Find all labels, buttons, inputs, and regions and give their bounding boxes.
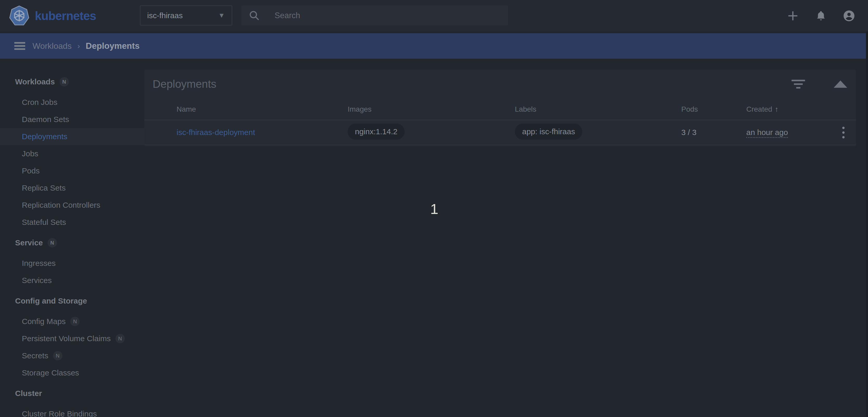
- sidebar-item-storage-classes[interactable]: Storage Classes: [0, 364, 144, 381]
- sidebar-item-label: Replica Sets: [22, 183, 65, 193]
- sidebar-item-label: Stateful Sets: [22, 218, 66, 227]
- label-chip: app: isc-fhiraas: [515, 124, 582, 140]
- sidebar-item-label: Daemon Sets: [22, 115, 69, 124]
- column-header-labels[interactable]: Labels: [515, 105, 681, 113]
- new-badge: N: [70, 317, 80, 326]
- sidebar-item-label: Cluster Role Bindings: [22, 410, 97, 417]
- sidebar-item-services[interactable]: Services: [0, 272, 144, 289]
- plus-icon[interactable]: [786, 9, 799, 22]
- sidebar-item-pods[interactable]: Pods: [0, 162, 144, 179]
- sidebar-section-config-and-storage: Config and StorageConfig MapsNPersistent…: [0, 292, 144, 381]
- kubernetes-logo[interactable]: kubernetes: [9, 5, 96, 26]
- column-header-images[interactable]: Images: [348, 105, 515, 113]
- new-badge: N: [53, 351, 62, 360]
- column-header-name[interactable]: Name: [167, 105, 348, 113]
- column-header-pods[interactable]: Pods: [681, 105, 746, 113]
- new-badge: N: [116, 334, 125, 343]
- collapse-arrow-icon[interactable]: [834, 80, 847, 88]
- sidebar-item-label: Replication Controllers: [22, 201, 100, 210]
- sidebar-item-label: Config Maps: [22, 317, 65, 326]
- column-header-created[interactable]: Created↑: [746, 105, 831, 113]
- card-header: Deployments: [144, 70, 856, 99]
- kubernetes-logo-icon: [9, 5, 29, 26]
- filter-icon[interactable]: [792, 78, 805, 91]
- account-icon[interactable]: [842, 9, 856, 22]
- sidebar-item-label: Jobs: [22, 149, 38, 158]
- sidebar-header-label: Cluster: [15, 389, 42, 398]
- sidebar-section-cluster: ClusterCluster Role Bindings: [0, 385, 144, 417]
- sidebar-section-workloads: WorkloadsNCron JobsDaemon SetsDeployment…: [0, 73, 144, 231]
- breadcrumb-workloads[interactable]: Workloads: [32, 41, 72, 51]
- sidebar-item-label: Secrets: [22, 351, 49, 360]
- sidebar-item-stateful-sets[interactable]: Stateful Sets: [0, 214, 144, 231]
- kebab-menu-icon[interactable]: [840, 124, 847, 141]
- sidebar-item-secrets[interactable]: SecretsN: [0, 347, 144, 364]
- sidebar-item-deployments[interactable]: Deployments: [0, 128, 144, 145]
- table-header-row: Name Images Labels Pods Created↑: [144, 99, 856, 120]
- breadcrumb-deployments: Deployments: [86, 41, 140, 51]
- sort-ascending-icon: ↑: [775, 105, 779, 113]
- search-bar[interactable]: [241, 5, 508, 26]
- namespace-selector-value: isc-fhiraas: [147, 11, 218, 20]
- new-badge: N: [60, 77, 69, 86]
- table-row[interactable]: isc-fhiraas-deployment nginx:1.14.2 app:…: [144, 120, 856, 145]
- sidebar-item-jobs[interactable]: Jobs: [0, 145, 144, 162]
- bell-icon[interactable]: [814, 9, 828, 22]
- deployments-card: Deployments Name Images Labels Pods Crea…: [144, 70, 856, 146]
- sidebar-header-workloads: WorkloadsN: [0, 73, 144, 90]
- sidebar-item-replication-controllers[interactable]: Replication Controllers: [0, 197, 144, 214]
- sidebar-section-service: ServiceNIngressesServices: [0, 234, 144, 289]
- sidebar-item-label: Ingresses: [22, 259, 56, 268]
- sidebar-item-label: Pods: [22, 167, 39, 175]
- page-number: 1: [427, 201, 442, 217]
- hamburger-icon[interactable]: [14, 40, 25, 51]
- sidebar-header-label: Service: [15, 238, 43, 247]
- new-badge: N: [48, 238, 57, 247]
- sidebar-header-label: Workloads: [15, 77, 55, 86]
- sidebar-header-cluster: Cluster: [0, 385, 144, 402]
- sidebar-item-label: Persistent Volume Claims: [22, 334, 111, 343]
- sidebar-item-daemon-sets[interactable]: Daemon Sets: [0, 111, 144, 128]
- sidebar-header-label: Config and Storage: [15, 297, 87, 305]
- sidebar-item-label: Deployments: [22, 132, 67, 141]
- image-chip: nginx:1.14.2: [348, 124, 405, 140]
- breadcrumb-separator-icon: ›: [78, 41, 80, 50]
- sidebar-item-ingresses[interactable]: Ingresses: [0, 255, 144, 272]
- sidebar-item-config-maps[interactable]: Config MapsN: [0, 313, 144, 330]
- namespace-selector[interactable]: isc-fhiraas ▼: [140, 5, 232, 26]
- created-time: an hour ago: [746, 128, 831, 137]
- chevron-down-icon: ▼: [218, 11, 225, 20]
- sidebar-item-label: Storage Classes: [22, 369, 79, 377]
- sidebar-nav: WorkloadsNCron JobsDaemon SetsDeployment…: [0, 59, 144, 417]
- search-icon: [249, 10, 260, 21]
- pods-count: 3 / 3: [681, 128, 746, 137]
- card-title: Deployments: [153, 78, 792, 90]
- sidebar-item-cluster-role-bindings[interactable]: Cluster Role Bindings: [0, 405, 144, 417]
- sidebar-item-cron-jobs[interactable]: Cron Jobs: [0, 94, 144, 111]
- sidebar-header-config-and-storage: Config and Storage: [0, 292, 144, 310]
- sidebar-item-label: Cron Jobs: [22, 98, 58, 107]
- sidebar-item-replica-sets[interactable]: Replica Sets: [0, 179, 144, 197]
- breadcrumb-bar: Workloads › Deployments: [0, 33, 866, 59]
- sidebar-header-service: ServiceN: [0, 234, 144, 251]
- top-app-bar: kubernetes isc-fhiraas ▼: [0, 0, 868, 31]
- topbar-actions: [786, 0, 856, 31]
- scrollbar-track[interactable]: [866, 31, 868, 417]
- search-input[interactable]: [275, 11, 483, 20]
- app-title: kubernetes: [35, 9, 96, 23]
- deployment-name-link[interactable]: isc-fhiraas-deployment: [167, 128, 348, 137]
- sidebar-item-label: Services: [22, 276, 52, 285]
- sidebar-item-persistent-volume-claims[interactable]: Persistent Volume ClaimsN: [0, 330, 144, 347]
